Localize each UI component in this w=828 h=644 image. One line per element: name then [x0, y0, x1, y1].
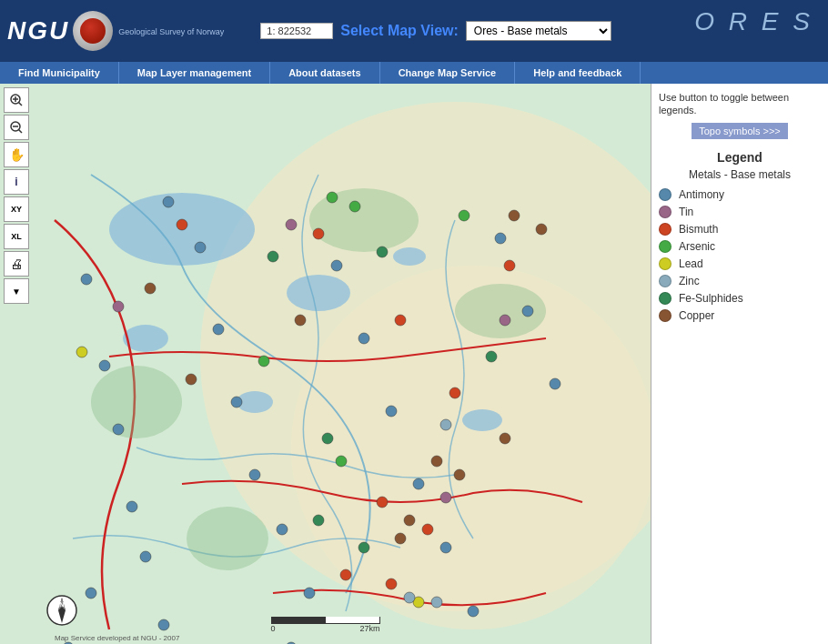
coordinates-button[interactable]: XY [4, 196, 29, 222]
nav-item-find-municipality[interactable]: Find Municipality [0, 62, 119, 84]
svg-point-29 [440, 542, 451, 553]
svg-point-56 [440, 419, 451, 430]
legend-dot-arsenic [659, 240, 671, 253]
svg-point-75 [113, 301, 124, 312]
header: NGU Geological Survey of Norway Select M… [0, 0, 828, 62]
svg-point-70 [500, 433, 510, 444]
nav-bar: Find MunicipalityMap Layer managementAbo… [0, 62, 828, 84]
compass: N [45, 594, 78, 633]
pan-button[interactable]: ✋ [4, 142, 29, 167]
extra-large-button[interactable]: XL [4, 224, 29, 249]
legend-items: AntimonyTinBismuthArsenicLeadZincFe-Sulp… [659, 188, 821, 322]
scale-labels: 0 27km [271, 624, 380, 633]
zoom-in-button[interactable] [4, 87, 29, 113]
svg-point-57 [404, 592, 415, 603]
svg-line-80 [19, 103, 23, 106]
legend-item-bismuth: Bismuth [659, 223, 821, 236]
svg-point-69 [536, 224, 547, 235]
scale-end: 27km [359, 624, 379, 633]
legend-dot-bismuth [659, 223, 671, 236]
svg-point-15 [113, 424, 124, 435]
svg-point-54 [258, 356, 269, 367]
legend-dot-zinc [659, 275, 671, 287]
legend-label-zinc: Zinc [679, 275, 700, 287]
nav-item-about-datasets[interactable]: About datasets [270, 62, 379, 84]
nav-item-change-map-service[interactable]: Change Map Service [380, 62, 516, 84]
svg-point-64 [358, 542, 369, 553]
svg-text:N: N [59, 600, 65, 609]
svg-point-44 [422, 524, 433, 535]
ngu-logo-globe [73, 11, 113, 51]
svg-point-72 [454, 469, 465, 480]
legend-dot-copper [659, 309, 671, 322]
ngu-logo-text: NGU [7, 16, 69, 45]
svg-point-23 [277, 524, 288, 535]
svg-point-77 [500, 315, 510, 326]
svg-point-52 [349, 201, 360, 212]
svg-point-67 [295, 315, 306, 326]
legend-label-arsenic: Arsenic [679, 240, 715, 253]
svg-point-34 [158, 619, 169, 630]
svg-point-53 [459, 210, 470, 221]
svg-point-58 [431, 597, 442, 608]
nav-item-map-layer-management[interactable]: Map Layer management [119, 62, 270, 84]
svg-line-84 [19, 130, 23, 134]
logo-area: NGU Geological Survey of Norway [7, 11, 224, 51]
mineral-dots [0, 84, 651, 644]
legend-item-antimony: Antimony [659, 188, 821, 201]
select-map-area: Select Map View: Ores - Base metals [260, 21, 611, 41]
svg-point-62 [322, 433, 333, 444]
legend-panel: Use button to toggle between legends. To… [651, 84, 828, 644]
map-view-select[interactable]: Ores - Base metals [466, 21, 611, 41]
select-map-label: Select Map View: [340, 23, 459, 39]
svg-point-28 [413, 478, 424, 489]
svg-point-33 [550, 378, 560, 389]
svg-point-71 [431, 456, 442, 467]
nav-item-help-and-feedback[interactable]: Help and feedback [515, 62, 641, 84]
legend-item-lead: Lead [659, 257, 821, 270]
svg-point-74 [395, 533, 406, 544]
zoom-out-button[interactable] [4, 115, 29, 140]
toggle-hint: Use button to toggle between legends. [659, 91, 821, 117]
legend-item-zinc: Zinc [659, 275, 821, 287]
legend-dot-fe-sulphides [659, 292, 671, 305]
scale-bar: 0 27km [271, 617, 380, 633]
print-button[interactable]: 🖨 [4, 251, 29, 277]
scale-start: 0 [271, 624, 276, 633]
svg-point-24 [304, 588, 315, 599]
map-container[interactable]: ✋ i XY XL 🖨 ▼ N 0 27km Map Service d [0, 84, 651, 644]
svg-point-25 [331, 260, 342, 271]
svg-point-68 [509, 210, 520, 221]
zoom-out-icon [9, 120, 24, 135]
svg-point-14 [99, 360, 110, 371]
legend-label-tin: Tin [679, 206, 693, 218]
svg-point-45 [340, 569, 351, 580]
compass-icon: N [45, 594, 78, 627]
scale-line [271, 617, 380, 624]
svg-point-51 [327, 192, 338, 203]
svg-point-13 [81, 274, 92, 285]
svg-point-55 [336, 456, 347, 467]
svg-point-22 [249, 469, 260, 480]
legend-item-copper: Copper [659, 309, 821, 322]
svg-point-20 [213, 324, 224, 335]
svg-point-40 [313, 228, 324, 239]
svg-point-46 [386, 579, 397, 589]
svg-point-19 [195, 242, 206, 253]
svg-point-60 [377, 247, 388, 257]
info-button[interactable]: i [4, 169, 29, 195]
legend-dot-tin [659, 206, 671, 218]
legend-dot-lead [659, 257, 671, 270]
ores-title: O R E S [694, 7, 813, 36]
coordinate-input[interactable] [260, 23, 333, 39]
svg-point-59 [268, 251, 278, 262]
legend-item-arsenic: Arsenic [659, 240, 821, 253]
svg-point-65 [145, 283, 156, 294]
dropdown-button[interactable]: ▼ [4, 278, 29, 304]
legend-subtitle: Metals - Base metals [659, 168, 821, 181]
zoom-in-icon [9, 93, 24, 107]
svg-point-61 [486, 351, 497, 362]
svg-point-78 [440, 492, 451, 503]
svg-point-16 [126, 501, 137, 512]
topo-symbols-button[interactable]: Topo symbols >>> [692, 123, 788, 139]
